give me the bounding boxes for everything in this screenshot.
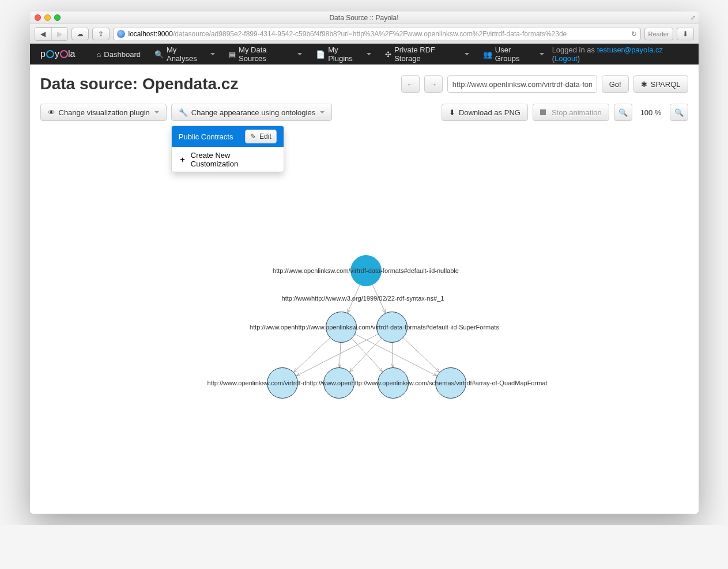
nav-next-button[interactable]: →: [424, 75, 443, 93]
chevron-down-icon: [297, 53, 302, 55]
home-icon: ⌂: [97, 50, 101, 59]
app-window: Data Source :: Payola! ⤢ ◀ ▶ ☁ ⇪ localho…: [30, 12, 699, 514]
chevron-down-icon: [465, 53, 469, 55]
zoom-in-button[interactable]: 🔍: [614, 104, 632, 121]
brand-logo[interactable]: p y la: [40, 44, 81, 65]
address-bar[interactable]: localhost:9000/datasource/ad9895e2-f899-…: [113, 28, 641, 40]
window-title: Data Source :: Payola!: [30, 14, 699, 22]
zoom-level: 100 %: [637, 108, 665, 117]
nav-label: My Analyses: [167, 45, 206, 63]
nav-my-data-sources[interactable]: ▤ My Data Sources: [223, 42, 308, 66]
nav-label: My Data Sources: [239, 45, 293, 63]
svg-text:la: la: [68, 49, 76, 59]
download-png-button[interactable]: ⬇ Download as PNG: [442, 104, 528, 121]
url-host: localhost:9000: [129, 30, 173, 38]
chevron-down-icon: [154, 111, 159, 113]
stop-icon: [540, 109, 546, 115]
hdd-icon: ▤: [229, 50, 236, 59]
graph-node[interactable]: [323, 367, 354, 399]
download-label: Download as PNG: [459, 108, 520, 117]
back-button[interactable]: ◀: [35, 28, 51, 40]
url-path: /datasource/ad9895e2-f899-4314-9542-c59b…: [173, 30, 567, 38]
user-link[interactable]: testuser@payola.cz: [597, 45, 663, 54]
nav-label: User Groups: [495, 45, 535, 63]
graph-canvas[interactable]: http://www.openlinksw.com/virtrdf-data-f…: [40, 121, 688, 420]
edit-customization-button[interactable]: ✎ Edit: [245, 130, 277, 143]
asterisk-icon: ✱: [641, 80, 647, 89]
nav-label: My Plugins: [328, 45, 363, 63]
pencil-icon: ✎: [250, 132, 256, 141]
dropdown-item-create[interactable]: ＋ Create New Customization: [172, 147, 284, 172]
create-label: Create New Customization: [191, 151, 277, 168]
graph-node[interactable]: [435, 367, 466, 399]
nav-prev-button[interactable]: ←: [401, 75, 420, 93]
graph-node[interactable]: [267, 367, 298, 399]
title-bar: Data Source :: Payola! ⤢: [30, 12, 699, 24]
sparql-label: SPARQL: [651, 80, 681, 89]
graph-node[interactable]: [350, 255, 382, 286]
logged-in-prefix: Logged in as: [552, 45, 597, 54]
chevron-down-icon: [540, 53, 544, 55]
stop-label: Stop animation: [552, 108, 602, 117]
logout-link[interactable]: Logout: [555, 54, 578, 63]
stop-animation-button[interactable]: Stop animation: [533, 104, 609, 121]
nav-my-analyses[interactable]: 🔍 My Analyses: [149, 42, 221, 66]
nav-label: Private RDF Storage: [394, 45, 461, 63]
plus-icon: ＋: [179, 154, 186, 165]
sparql-button[interactable]: ✱ SPARQL: [633, 75, 688, 93]
nav-label: Dashboard: [104, 50, 141, 59]
svg-point-3: [61, 51, 67, 58]
svg-line-14: [403, 338, 439, 373]
svg-point-1: [47, 51, 54, 58]
svg-line-6: [372, 285, 385, 313]
forward-button[interactable]: ▶: [51, 28, 67, 40]
page-title: Data source: Opendata.cz: [40, 75, 397, 93]
nav-dashboard[interactable]: ⌂ Dashboard: [91, 47, 146, 62]
nav-my-plugins[interactable]: 📄 My Plugins: [310, 42, 377, 66]
change-appearance-button[interactable]: 🔧 Change appearance using ontologies: [171, 104, 332, 121]
chevron-down-icon: [367, 53, 371, 55]
site-globe-icon: [117, 30, 125, 38]
chevron-down-icon: [210, 53, 215, 55]
downloads-button[interactable]: ⬇: [677, 28, 694, 40]
graph-node[interactable]: [326, 312, 357, 343]
change-vis-label: Change visualization plugin: [59, 108, 150, 117]
nav-private-rdf[interactable]: ✣ Private RDF Storage: [379, 42, 475, 66]
edit-label: Edit: [259, 132, 271, 141]
ontology-dropdown: Public Contracts ✎ Edit ＋ Create New Cus…: [171, 126, 284, 172]
share-icon: ✣: [385, 50, 391, 59]
fullscreen-icon[interactable]: ⤢: [691, 14, 695, 21]
reader-button[interactable]: Reader: [644, 28, 673, 40]
zoom-out-button[interactable]: 🔍: [670, 104, 688, 121]
graph-node[interactable]: [376, 312, 408, 343]
file-icon: 📄: [316, 50, 325, 59]
go-button[interactable]: Go!: [602, 75, 629, 93]
share-button[interactable]: ⇪: [92, 28, 110, 40]
reload-icon[interactable]: ↻: [631, 30, 637, 38]
wrench-icon: 🔧: [179, 108, 188, 117]
dropdown-item-public-contracts[interactable]: Public Contracts ✎ Edit: [172, 126, 284, 147]
svg-line-8: [340, 343, 341, 367]
app-navbar: p y la ⌂ Dashboard 🔍 My Analyses ▤ My Da…: [30, 44, 699, 65]
svg-line-9: [352, 339, 382, 371]
uri-input[interactable]: [447, 75, 597, 93]
svg-text:p: p: [40, 49, 46, 59]
svg-line-12: [349, 339, 381, 372]
change-ont-label: Change appearance using ontologies: [191, 108, 315, 117]
svg-text:y: y: [55, 49, 59, 59]
download-icon: ⬇: [449, 108, 455, 117]
graph-node[interactable]: [378, 367, 409, 399]
url-text: localhost:9000/datasource/ad9895e2-f899-…: [129, 30, 628, 38]
eye-icon: 👁: [48, 108, 55, 117]
change-visualization-button[interactable]: 👁 Change visualization plugin: [40, 104, 167, 121]
dropdown-item-label: Public Contracts: [179, 132, 233, 141]
svg-line-7: [293, 338, 330, 373]
svg-line-13: [392, 343, 393, 367]
svg-line-5: [347, 285, 359, 313]
chevron-down-icon: [320, 111, 325, 113]
icloud-button[interactable]: ☁: [71, 28, 89, 40]
auth-status: Logged in as testuser@payola.cz (Logout): [552, 45, 688, 63]
nav-user-groups[interactable]: 👥 User Groups: [477, 42, 550, 66]
users-icon: 👥: [483, 50, 492, 59]
search-icon: 🔍: [154, 50, 164, 59]
